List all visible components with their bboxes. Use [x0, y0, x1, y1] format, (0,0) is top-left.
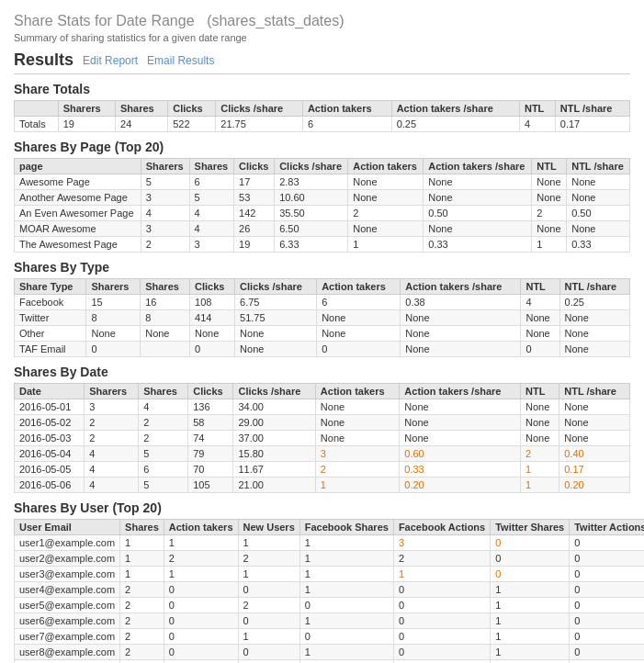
table-row: user4@example.com200101000 [15, 582, 645, 598]
table-cell: 0.60 [400, 446, 521, 462]
table-cell: 0 [570, 613, 644, 629]
table-cell: None [559, 342, 629, 357]
table-cell: 2 [120, 613, 164, 629]
table-row: 2016-05-04457915.8030.6020.40 [15, 446, 630, 462]
column-header: Action takers /share [391, 101, 519, 117]
table-cell: 1 [120, 567, 164, 582]
shares-by-user-table: User EmailSharesAction takersNew UsersFa… [14, 519, 644, 663]
shares-by-type-title: Shares By Type [14, 260, 630, 275]
column-header: Twitter Actions [570, 520, 644, 535]
table-cell: 2016-05-04 [15, 446, 85, 462]
column-header: Date [15, 384, 85, 399]
table-cell: 1 [491, 629, 570, 645]
table-cell: 53 [234, 190, 275, 206]
table-cell: 1 [315, 478, 399, 493]
column-header: Action takers /share [424, 159, 532, 174]
table-cell: Other [15, 326, 86, 342]
table-cell: 4 [85, 462, 139, 478]
shares-by-page-title: Shares By Page (Top 20) [14, 140, 630, 154]
share-totals-table: SharersSharesClicksClicks /shareAction t… [14, 100, 630, 132]
table-cell: 21.75 [216, 117, 303, 132]
table-cell: 6 [139, 462, 188, 478]
table-cell: None [532, 174, 567, 190]
table-cell: 37.00 [233, 431, 315, 446]
table-cell: 3 [141, 190, 189, 206]
results-header: Results Edit Report Email Results [14, 51, 630, 74]
edit-report-link[interactable]: Edit Report [83, 54, 138, 67]
column-header: User Email [15, 520, 120, 535]
share-totals-title: Share Totals [14, 82, 630, 96]
table-cell: 0 [570, 598, 644, 613]
table-row: Twitter8841451.75NoneNoneNoneNone [15, 310, 630, 326]
table-cell: None [315, 399, 399, 415]
column-header: NTL /share [559, 279, 629, 295]
table-cell: None [315, 431, 399, 446]
table-cell: 6 [189, 174, 233, 190]
column-header: Shares [116, 101, 168, 117]
table-cell: 2 [120, 598, 164, 613]
column-header: Clicks [234, 159, 275, 174]
table-cell: 5 [139, 478, 188, 493]
table-cell: user3@example.com [15, 567, 120, 582]
table-cell: 2 [120, 582, 164, 598]
table-cell: 105 [188, 478, 233, 493]
table-cell: 79 [188, 446, 233, 462]
table-cell: 0 [299, 629, 393, 645]
table-cell: 1 [120, 535, 164, 551]
column-header: Clicks [188, 384, 233, 399]
table-cell: 2.83 [275, 174, 348, 190]
table-cell: 29.00 [233, 415, 315, 431]
table-cell: 74 [188, 431, 233, 446]
shares-by-type-table: Share TypeSharersSharesClicksClicks /sha… [14, 278, 630, 357]
column-header: Clicks /share [235, 279, 317, 295]
table-cell: 26 [234, 221, 275, 237]
table-cell: 136 [188, 399, 233, 415]
table-cell: 0 [393, 613, 490, 629]
table-cell: 4 [189, 206, 233, 221]
table-row: user6@example.com200101000 [15, 613, 645, 629]
column-header: Clicks /share [233, 384, 315, 399]
table-cell: 4 [139, 399, 188, 415]
table-cell: 4 [85, 446, 139, 462]
table-cell: 5 [189, 190, 233, 206]
table-cell: 3 [189, 237, 233, 253]
column-header: Facebook Actions [393, 520, 490, 535]
table-cell: 1 [299, 567, 393, 582]
column-header: Sharers [58, 101, 115, 117]
table-cell: 0.38 [401, 295, 521, 310]
table-cell: 2016-05-05 [15, 462, 85, 478]
table-cell: None [401, 342, 521, 357]
table-row: 2016-05-064510521.0010.2010.20 [15, 478, 630, 493]
table-cell: 0 [164, 629, 238, 645]
table-cell: Twitter [15, 310, 86, 326]
table-cell: Facebook [15, 295, 86, 310]
table-cell: 0 [491, 535, 570, 551]
table-cell: 1 [299, 582, 393, 598]
table-cell: None [559, 326, 629, 342]
column-header [15, 101, 59, 117]
table-cell: 142 [234, 206, 275, 221]
table-cell: 1 [164, 535, 238, 551]
page-subtitle: Summary of sharing statistics for a give… [14, 32, 630, 43]
table-cell: user4@example.com [15, 582, 120, 598]
table-cell: 1 [532, 237, 567, 253]
table-cell: None [400, 399, 521, 415]
table-cell: 1 [491, 645, 570, 660]
table-cell: 51.75 [235, 310, 317, 326]
table-cell: 1 [491, 598, 570, 613]
table-cell: None [348, 174, 424, 190]
table-cell: 1 [491, 613, 570, 629]
table-cell: 70 [188, 462, 233, 478]
column-header: Clicks [190, 279, 235, 295]
table-cell: 0 [570, 645, 644, 660]
table-cell: 2 [141, 237, 189, 253]
table-cell: 0.40 [559, 446, 630, 462]
table-cell: 15.80 [233, 446, 315, 462]
table-row: MOAR Awesome34266.50NoneNoneNoneNone [15, 221, 630, 237]
table-cell: user6@example.com [15, 613, 120, 629]
email-results-link[interactable]: Email Results [147, 54, 214, 67]
table-row: user1@example.com111130000 [15, 535, 645, 551]
table-cell: 2 [238, 598, 299, 613]
table-cell: 0 [299, 598, 393, 613]
column-header: NTL [520, 384, 559, 399]
